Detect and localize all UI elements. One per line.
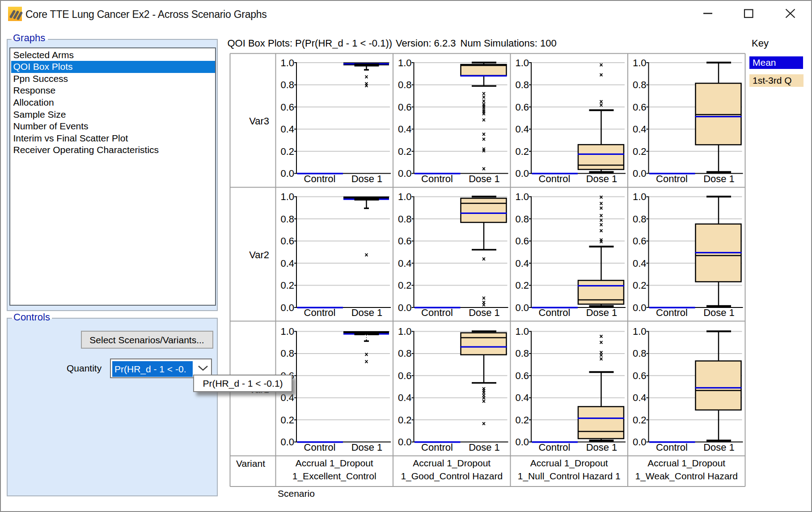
svg-text:0.0: 0.0 bbox=[515, 302, 529, 313]
svg-text:0.6: 0.6 bbox=[398, 370, 412, 381]
svg-text:1.0: 1.0 bbox=[633, 191, 647, 202]
svg-text:0.8: 0.8 bbox=[280, 348, 294, 359]
svg-text:Accrual 1_Dropout: Accrual 1_Dropout bbox=[296, 458, 373, 469]
svg-text:0.2: 0.2 bbox=[633, 280, 647, 291]
svg-text:0.6: 0.6 bbox=[280, 235, 294, 247]
svg-text:Dose 1: Dose 1 bbox=[469, 442, 500, 453]
svg-text:Control: Control bbox=[304, 173, 336, 184]
svg-text:0.8: 0.8 bbox=[398, 348, 412, 359]
svg-text:0.8: 0.8 bbox=[515, 213, 529, 225]
svg-text:0.6: 0.6 bbox=[398, 235, 412, 247]
svg-text:Dose 1: Dose 1 bbox=[586, 307, 617, 318]
svg-text:Control: Control bbox=[421, 307, 453, 318]
svg-text:1_Weak_Control Hazard: 1_Weak_Control Hazard bbox=[635, 471, 738, 482]
svg-text:Var2: Var2 bbox=[249, 249, 269, 260]
svg-text:0.6: 0.6 bbox=[515, 102, 529, 113]
svg-text:Accrual 1_Dropout: Accrual 1_Dropout bbox=[530, 458, 608, 469]
svg-text:Dose 1: Dose 1 bbox=[469, 173, 500, 184]
svg-text:Accrual 1_Dropout: Accrual 1_Dropout bbox=[647, 458, 725, 469]
svg-text:Var3: Var3 bbox=[249, 115, 269, 127]
svg-text:0.2: 0.2 bbox=[515, 280, 529, 291]
svg-text:1.0: 1.0 bbox=[633, 326, 647, 337]
svg-text:1.0: 1.0 bbox=[280, 191, 294, 202]
svg-text:0.2: 0.2 bbox=[398, 146, 412, 157]
svg-text:0.0: 0.0 bbox=[280, 168, 294, 179]
svg-text:1.0: 1.0 bbox=[515, 326, 529, 337]
svg-text:0.4: 0.4 bbox=[633, 124, 647, 135]
svg-text:Dose 1: Dose 1 bbox=[703, 307, 735, 318]
svg-text:0.2: 0.2 bbox=[280, 414, 294, 426]
svg-text:1.0: 1.0 bbox=[515, 57, 529, 68]
svg-text:Scenario: Scenario bbox=[278, 488, 315, 499]
svg-text:0.4: 0.4 bbox=[515, 392, 529, 403]
svg-text:0.0: 0.0 bbox=[280, 302, 294, 313]
svg-text:0.8: 0.8 bbox=[280, 213, 294, 225]
svg-text:0.4: 0.4 bbox=[633, 258, 647, 269]
svg-text:0.2: 0.2 bbox=[398, 280, 412, 291]
svg-text:Accrual 1_Dropout: Accrual 1_Dropout bbox=[413, 458, 491, 469]
svg-text:1.0: 1.0 bbox=[633, 57, 647, 68]
svg-text:0.8: 0.8 bbox=[515, 348, 529, 359]
svg-text:1.0: 1.0 bbox=[398, 326, 412, 337]
svg-text:Variant: Variant bbox=[236, 458, 265, 469]
svg-text:0.6: 0.6 bbox=[280, 102, 294, 113]
svg-text:0.0: 0.0 bbox=[398, 168, 412, 179]
svg-text:0.8: 0.8 bbox=[633, 79, 647, 90]
svg-text:Control: Control bbox=[656, 442, 688, 453]
svg-text:1_Good_Control Hazard: 1_Good_Control Hazard bbox=[401, 471, 503, 482]
svg-text:0.4: 0.4 bbox=[515, 124, 529, 135]
svg-text:Dose 1: Dose 1 bbox=[703, 173, 735, 184]
svg-text:0.0: 0.0 bbox=[515, 168, 529, 179]
svg-text:0.8: 0.8 bbox=[633, 213, 647, 225]
svg-text:Version: 6.2.3: Version: 6.2.3 bbox=[396, 38, 456, 49]
svg-text:0.8: 0.8 bbox=[515, 79, 529, 90]
svg-text:0.6: 0.6 bbox=[515, 235, 529, 247]
svg-text:0.0: 0.0 bbox=[633, 436, 647, 448]
svg-text:Num Simulations: 100: Num Simulations: 100 bbox=[461, 38, 557, 49]
svg-text:0.2: 0.2 bbox=[280, 280, 294, 291]
svg-text:Dose 1: Dose 1 bbox=[351, 442, 383, 453]
svg-text:Control: Control bbox=[421, 442, 453, 453]
svg-text:1_Excellent_Control: 1_Excellent_Control bbox=[292, 471, 376, 482]
svg-text:0.2: 0.2 bbox=[633, 146, 647, 157]
svg-text:0.4: 0.4 bbox=[515, 258, 529, 269]
svg-text:1.0: 1.0 bbox=[398, 191, 412, 202]
svg-text:Control: Control bbox=[539, 173, 571, 184]
svg-text:1.0: 1.0 bbox=[398, 57, 412, 68]
svg-text:Dose 1: Dose 1 bbox=[586, 442, 617, 453]
svg-text:0.6: 0.6 bbox=[398, 102, 412, 113]
svg-text:0.6: 0.6 bbox=[633, 370, 647, 381]
svg-text:0.6: 0.6 bbox=[633, 235, 647, 247]
svg-text:Control: Control bbox=[656, 173, 688, 184]
svg-text:0.0: 0.0 bbox=[398, 302, 412, 313]
svg-text:0.0: 0.0 bbox=[515, 436, 529, 448]
svg-text:0.8: 0.8 bbox=[633, 348, 647, 359]
svg-text:0.4: 0.4 bbox=[398, 258, 412, 269]
svg-text:Dose 1: Dose 1 bbox=[469, 307, 500, 318]
svg-text:Control: Control bbox=[304, 307, 336, 318]
svg-text:QOI Box Plots: P(Pr(HR_d - 1 <: QOI Box Plots: P(Pr(HR_d - 1 < -0.1)) bbox=[228, 38, 393, 49]
svg-text:Key: Key bbox=[752, 38, 769, 49]
svg-text:0.8: 0.8 bbox=[398, 213, 412, 225]
svg-text:0.8: 0.8 bbox=[280, 79, 294, 90]
svg-text:0.2: 0.2 bbox=[515, 414, 529, 426]
svg-text:0.2: 0.2 bbox=[280, 146, 294, 157]
svg-text:1.0: 1.0 bbox=[515, 191, 529, 202]
svg-text:1_Null_Control Hazard 1: 1_Null_Control Hazard 1 bbox=[518, 471, 621, 482]
svg-text:1.0: 1.0 bbox=[280, 57, 294, 68]
svg-text:0.8: 0.8 bbox=[398, 79, 412, 90]
svg-text:0.2: 0.2 bbox=[398, 414, 412, 426]
svg-text:Control: Control bbox=[539, 307, 571, 318]
svg-text:Control: Control bbox=[421, 173, 453, 184]
svg-text:0.4: 0.4 bbox=[398, 392, 412, 403]
svg-text:0.0: 0.0 bbox=[398, 436, 412, 448]
svg-text:Control: Control bbox=[304, 442, 336, 453]
svg-text:0.0: 0.0 bbox=[633, 302, 647, 313]
svg-text:0.6: 0.6 bbox=[633, 102, 647, 113]
svg-text:1.0: 1.0 bbox=[280, 326, 294, 337]
svg-text:Dose 1: Dose 1 bbox=[351, 307, 383, 318]
svg-text:0.0: 0.0 bbox=[633, 168, 647, 179]
svg-text:0.4: 0.4 bbox=[280, 258, 294, 269]
svg-text:0.4: 0.4 bbox=[398, 124, 412, 135]
svg-text:0.6: 0.6 bbox=[515, 370, 529, 381]
